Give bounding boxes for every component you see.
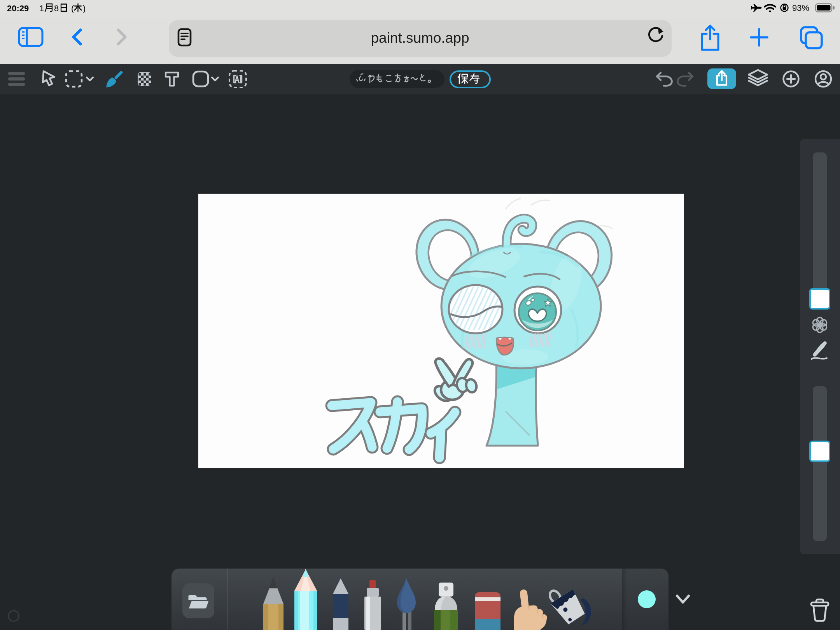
svg-text:93%: 93% bbox=[792, 3, 809, 13]
svg-text:(: ( bbox=[71, 4, 74, 13]
svg-text:): ) bbox=[83, 4, 86, 13]
svg-text:1: 1 bbox=[39, 4, 44, 13]
svg-text:paint.sumo.app: paint.sumo.app bbox=[371, 30, 469, 46]
svg-text:8: 8 bbox=[54, 4, 59, 13]
svg-text:20:29: 20:29 bbox=[7, 4, 29, 13]
